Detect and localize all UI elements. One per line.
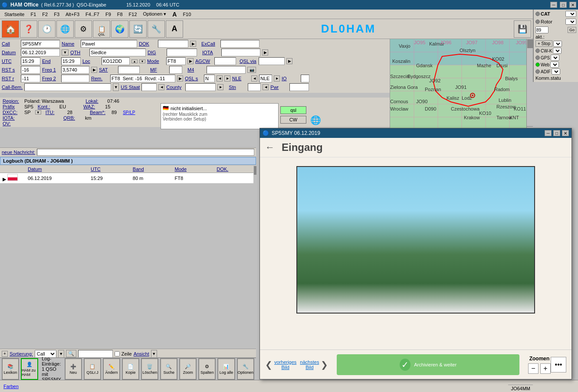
qsl-maximize-btn[interactable]: □: [553, 130, 560, 136]
menu-f1[interactable]: F1: [28, 11, 39, 18]
qsl-send-button[interactable]: qsl: [280, 106, 306, 114]
qsls-arrow1[interactable]: ◀: [217, 75, 223, 82]
qslr-btn[interactable]: 📋 QSLr.J: [84, 358, 101, 380]
dok-arrow[interactable]: ▶: [190, 41, 196, 47]
iota-input[interactable]: [221, 49, 260, 56]
loc-down[interactable]: ▼: [139, 59, 145, 63]
stop-dropdown[interactable]: [553, 41, 562, 47]
m4-img[interactable]: 📷: [247, 67, 256, 73]
optionen-btn[interactable]: 🔧 Optionen: [237, 358, 255, 380]
dok-input[interactable]: [158, 40, 188, 48]
stop-button[interactable]: + Stop: [535, 40, 552, 47]
menu-f2[interactable]: F2: [39, 11, 50, 18]
menu-f4f7[interactable]: F4..F7: [83, 11, 102, 18]
call-input[interactable]: [21, 40, 60, 48]
loschen-btn[interactable]: 🗑️ Löschen: [141, 358, 158, 380]
neue-input[interactable]: [37, 149, 254, 156]
utc-input[interactable]: [21, 57, 40, 65]
menu-optionen[interactable]: Optionen ▾: [141, 10, 169, 18]
suche-btn[interactable]: 🔍 Suche: [160, 358, 177, 380]
rsts-input[interactable]: [21, 66, 40, 74]
internet-button[interactable]: 🌍: [111, 20, 128, 38]
menu-f8[interactable]: F8: [115, 11, 125, 18]
table-row[interactable]: ▶ 06.12.2019 15:29 80 m FT8: [0, 173, 256, 183]
font-button[interactable]: A: [166, 20, 183, 38]
m4-input[interactable]: [207, 66, 246, 74]
map-scrollbar[interactable]: ▼: [526, 39, 533, 132]
menu-f3[interactable]: F3: [51, 11, 62, 18]
qth-input[interactable]: [89, 49, 146, 56]
mf-input[interactable]: [169, 66, 182, 74]
spalten-btn[interactable]: ⚙ Spalten: [198, 358, 216, 380]
qslvia-arrow[interactable]: ▶: [286, 58, 292, 64]
zoom-plus-btn[interactable]: +: [540, 363, 551, 374]
refresh-button[interactable]: 🔄: [129, 20, 147, 38]
county-input[interactable]: [185, 83, 216, 91]
web-dropdown[interactable]: [550, 62, 559, 68]
farben-link[interactable]: Farben: [3, 384, 19, 389]
menu-a[interactable]: A: [170, 10, 179, 19]
usstaat-input[interactable]: [141, 83, 157, 91]
freq1-arrow[interactable]: ▶: [91, 67, 97, 73]
iota-arrow[interactable]: ▶: [262, 49, 268, 56]
dxcc-down-btn[interactable]: ▼: [35, 110, 41, 114]
minimize-button[interactable]: ─: [550, 2, 557, 8]
ansicht-arrow[interactable]: ▼: [151, 350, 157, 358]
log-scrollbar[interactable]: [253, 166, 257, 252]
stn-arrow[interactable]: ◀: [263, 84, 269, 90]
qsl-button[interactable]: 📋QSL: [93, 20, 110, 38]
datum-calendar[interactable]: ▼: [62, 49, 69, 56]
sat-input[interactable]: [118, 66, 140, 74]
loc-up[interactable]: ▲: [131, 59, 138, 63]
search-icon-btn[interactable]: 🔍: [66, 350, 76, 357]
zeile-checkbox[interactable]: [115, 351, 120, 356]
menu-f10[interactable]: F10: [180, 11, 194, 18]
mode-arrow[interactable]: ▶: [187, 58, 194, 64]
rstr-input[interactable]: [21, 75, 40, 82]
cat-dropdown[interactable]: [565, 11, 576, 17]
datum-input[interactable]: [21, 49, 60, 56]
kopie-btn[interactable]: 📄 Kopie: [122, 358, 139, 380]
qsls-arrow2[interactable]: ▶: [224, 75, 230, 82]
stn-input[interactable]: [248, 83, 261, 91]
usstaat-arrow[interactable]: ◀: [158, 84, 164, 90]
more-options-btn[interactable]: •••: [551, 357, 566, 372]
qslvia-input[interactable]: [259, 57, 285, 65]
mode-input[interactable]: [166, 57, 186, 65]
excall-input[interactable]: [220, 40, 259, 48]
name-input[interactable]: [81, 40, 137, 48]
menu-startseite[interactable]: Startseite: [2, 11, 27, 18]
neu-right-btn[interactable]: ➕ Neu: [65, 358, 82, 380]
clock-button[interactable]: 🕐: [38, 20, 56, 38]
andern-btn[interactable]: ✏️ Ändern: [103, 358, 120, 380]
search-input[interactable]: [78, 350, 113, 358]
sort-plus-btn[interactable]: +: [2, 351, 8, 357]
pwr-input[interactable]: [289, 83, 309, 91]
settings-button[interactable]: 🔧: [148, 20, 165, 38]
next-arrow-btn[interactable]: ❯: [321, 359, 328, 370]
home-button[interactable]: 🏠: [2, 20, 19, 38]
rem-input[interactable]: [110, 75, 175, 82]
prev-arrow-btn[interactable]: ❮: [265, 359, 273, 370]
loc-input[interactable]: [102, 57, 130, 65]
gps-dropdown[interactable]: [551, 55, 559, 61]
lexikon-btn[interactable]: 📚 Lexikon: [2, 358, 19, 380]
cwk-dropdown[interactable]: [553, 48, 562, 54]
dig-input[interactable]: [167, 49, 197, 56]
maximize-button[interactable]: □: [560, 2, 567, 8]
freq2-input[interactable]: [61, 75, 89, 82]
callbem-arrow[interactable]: ▼: [113, 83, 119, 91]
save-button[interactable]: 💾: [514, 20, 531, 38]
qsl-close-btn[interactable]: ✕: [562, 130, 569, 136]
menu-f12[interactable]: F12: [126, 11, 140, 18]
adif-dropdown[interactable]: [552, 69, 560, 75]
globe-button[interactable]: 🌐: [56, 20, 74, 38]
rem-arrow[interactable]: ▶: [177, 75, 183, 82]
close-button[interactable]: ✕: [569, 2, 576, 8]
logalle-btn[interactable]: 📊 Log alle: [217, 358, 235, 380]
io-input[interactable]: [301, 75, 309, 82]
zoom-btn[interactable]: 🔎 Zoom: [179, 358, 197, 380]
go-button[interactable]: Go: [568, 27, 576, 33]
county-arrow[interactable]: ▶: [217, 84, 223, 90]
agcw-input[interactable]: [214, 57, 236, 65]
